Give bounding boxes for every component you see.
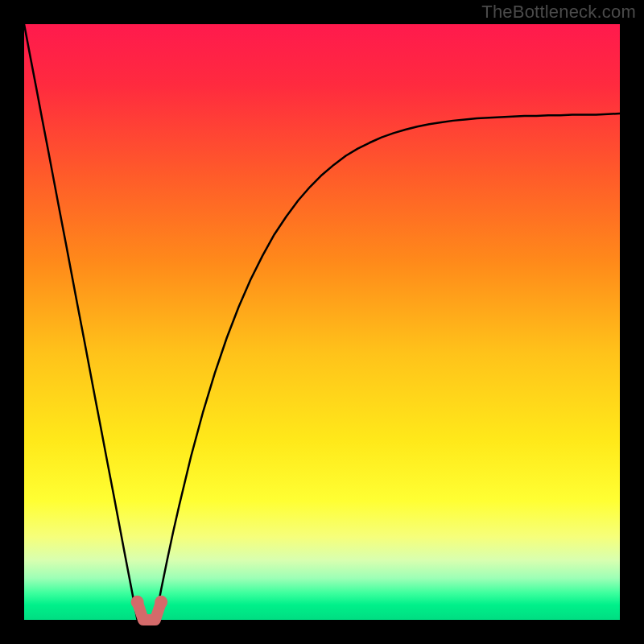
bottleneck-chart: [0, 0, 644, 644]
chart-stage: TheBottleneck.com: [0, 0, 644, 644]
gradient-panel: [24, 24, 620, 620]
valley-marker-start-dot: [131, 596, 144, 609]
valley-marker-end-dot: [155, 596, 167, 609]
watermark-text: TheBottleneck.com: [481, 2, 636, 23]
